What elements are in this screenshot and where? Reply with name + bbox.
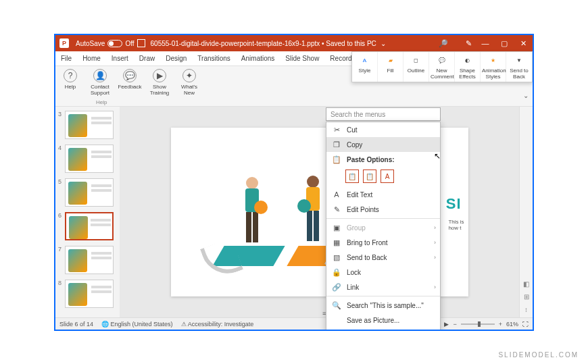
- autosave-label: AutoSave: [76, 40, 105, 47]
- context-search-input[interactable]: Search the menus: [326, 107, 441, 121]
- back-icon: ▼: [513, 54, 525, 66]
- window-controls: — ▢ ✕: [476, 35, 533, 51]
- guides-icon[interactable]: ↕: [524, 306, 528, 313]
- tab-draw[interactable]: Draw: [134, 51, 160, 66]
- titlebar-tools: 🔎 ✎: [439, 39, 472, 48]
- shape-tool-style[interactable]: AStyle: [352, 52, 378, 82]
- close-button[interactable]: ✕: [514, 35, 533, 51]
- ctx-icon: ▣: [332, 223, 341, 232]
- save-icon[interactable]: [137, 39, 145, 47]
- file-title[interactable]: 60555-01-digital-divide-powerpoint-templ…: [151, 40, 386, 47]
- ctx-save-as-picture[interactable]: Save as Picture...: [326, 313, 440, 328]
- maximize-button[interactable]: ▢: [495, 35, 514, 51]
- zoom-level[interactable]: 61%: [506, 321, 518, 328]
- autosave-toggle[interactable]: AutoSave Off: [73, 40, 137, 47]
- powerpoint-icon: P: [59, 38, 69, 48]
- slide-thumbnail[interactable]: [65, 145, 114, 173]
- slide-subtitle[interactable]: This is how t: [448, 219, 464, 231]
- lang-indicator[interactable]: 🌐 English (United States): [101, 321, 173, 328]
- thumb-row[interactable]: 7: [55, 244, 120, 278]
- zoom-slider[interactable]: [461, 323, 495, 325]
- tab-file[interactable]: File: [55, 51, 77, 66]
- ctx-lock[interactable]: 🔒Lock: [326, 265, 440, 280]
- slide-thumbnail[interactable]: [65, 111, 114, 139]
- tab-design[interactable]: Design: [160, 51, 192, 66]
- slide-thumbnail[interactable]: [65, 246, 114, 274]
- submenu-arrow-icon: ›: [434, 224, 436, 231]
- ribbon-contact-support[interactable]: 👤Contact Support: [85, 66, 115, 99]
- paste-option-1[interactable]: 📋: [363, 170, 376, 183]
- svg-rect-7: [307, 211, 312, 241]
- slide-title-text[interactable]: SI: [446, 195, 462, 213]
- ribbon-icon: ✦: [182, 69, 196, 82]
- minimize-button[interactable]: —: [476, 35, 495, 51]
- thumb-row[interactable]: 8: [55, 278, 120, 312]
- ruler-icon[interactable]: ◧: [523, 280, 529, 288]
- accessibility-status[interactable]: ⚠ Accessibility: Investigate: [181, 321, 254, 328]
- grid-icon[interactable]: ⊞: [524, 293, 529, 301]
- slide-counter[interactable]: Slide 6 of 14: [59, 321, 93, 328]
- mic-icon[interactable]: ✎: [466, 39, 472, 48]
- slide-sub-line2: how t: [448, 225, 461, 231]
- toggle-switch-icon[interactable]: [107, 40, 122, 47]
- slide-thumbnail[interactable]: [65, 280, 114, 308]
- tab-slide-show[interactable]: Slide Show: [280, 51, 324, 66]
- lang-text: English (United States): [111, 321, 173, 328]
- slide-thumbnail[interactable]: [65, 178, 114, 207]
- ctx-edit-text[interactable]: AEdit Text: [326, 187, 440, 202]
- tab-transitions[interactable]: Transitions: [192, 51, 236, 66]
- search-icon[interactable]: 🔎: [439, 39, 448, 48]
- style-icon: A: [359, 54, 371, 66]
- fit-icon[interactable]: ⛶: [522, 321, 529, 328]
- thumb-row[interactable]: 6: [55, 211, 120, 244]
- ctx-bring-to-front[interactable]: ▦Bring to Front›: [326, 235, 440, 250]
- slide-thumbnail[interactable]: [65, 212, 114, 240]
- shape-tool-animation-styles[interactable]: ★Animation Styles: [481, 52, 506, 82]
- fx-icon: ◐: [462, 54, 474, 66]
- ctx-icon: ✎: [332, 205, 341, 214]
- slide-thumbnails[interactable]: 345678: [55, 107, 120, 317]
- ribbon-feedback[interactable]: 💬Feedback: [115, 66, 145, 93]
- paste-option-2[interactable]: A: [381, 170, 394, 183]
- ctx-send-to-back[interactable]: ▧Send to Back›: [326, 250, 440, 265]
- thumb-row[interactable]: 4: [55, 143, 120, 177]
- paste-option-0[interactable]: 📋: [345, 170, 359, 183]
- slide-sub-line1: This is: [448, 219, 464, 225]
- zoom-in-icon[interactable]: +: [499, 321, 502, 328]
- zoom-out-icon[interactable]: −: [453, 321, 456, 328]
- slide-canvas-area[interactable]: SI This is how t ≡ Notes: [120, 107, 519, 317]
- illustration-person-right: [296, 174, 330, 248]
- tab-animations[interactable]: Animations: [236, 51, 280, 66]
- collapse-ribbon-icon[interactable]: ⌄: [523, 92, 529, 99]
- shape-tool-outline[interactable]: ◻Outline: [403, 52, 429, 82]
- ctx-label: Group: [347, 224, 366, 232]
- shape-tool-new-comment[interactable]: 💬New Comment: [429, 52, 455, 82]
- shape-tool-shape-effects[interactable]: ◐Shape Effects: [455, 52, 481, 82]
- thumb-row[interactable]: 5: [55, 177, 120, 211]
- shape-tool-send-to-back[interactable]: ▼Send to Back: [506, 52, 532, 82]
- ctx-cut[interactable]: ✂Cut: [326, 122, 440, 137]
- thumb-number: 4: [58, 145, 65, 151]
- thumb-number: 6: [58, 212, 65, 219]
- tab-insert[interactable]: Insert: [106, 51, 134, 66]
- ctx-translate[interactable]: 🔤Translate: [326, 328, 440, 331]
- view-slideshow-icon[interactable]: ▶: [444, 321, 449, 328]
- titlebar: P AutoSave Off 60555-01-digital-divide-p…: [55, 35, 533, 51]
- ctx-copy[interactable]: ❐Copy: [326, 137, 440, 152]
- ribbon-what-s-new[interactable]: ✦What's New: [174, 66, 204, 99]
- shape-tool-fill[interactable]: ▰Fill: [378, 52, 403, 82]
- ribbon-help[interactable]: ?Help: [55, 66, 85, 93]
- ctx-label: Link: [347, 284, 359, 291]
- tab-home[interactable]: Home: [77, 51, 106, 66]
- ctx-edit-points[interactable]: ✎Edit Points: [326, 202, 440, 217]
- submenu-arrow-icon: ›: [434, 254, 436, 261]
- thumb-number: 8: [58, 280, 65, 286]
- ctx-label: Edit Points: [347, 206, 379, 213]
- ctx-search-this-is-sample[interactable]: 🔍Search "This is sample...": [326, 298, 440, 313]
- chevron-down-icon[interactable]: ⌄: [381, 40, 386, 47]
- ribbon-show-training[interactable]: ▶Show Training: [145, 66, 174, 99]
- ctx-icon: 🔍: [332, 301, 341, 310]
- ctx-link[interactable]: 🔗Link›: [326, 280, 440, 294]
- ctx-paste-options[interactable]: 📋Paste Options:: [326, 152, 440, 167]
- thumb-row[interactable]: 3: [55, 109, 120, 143]
